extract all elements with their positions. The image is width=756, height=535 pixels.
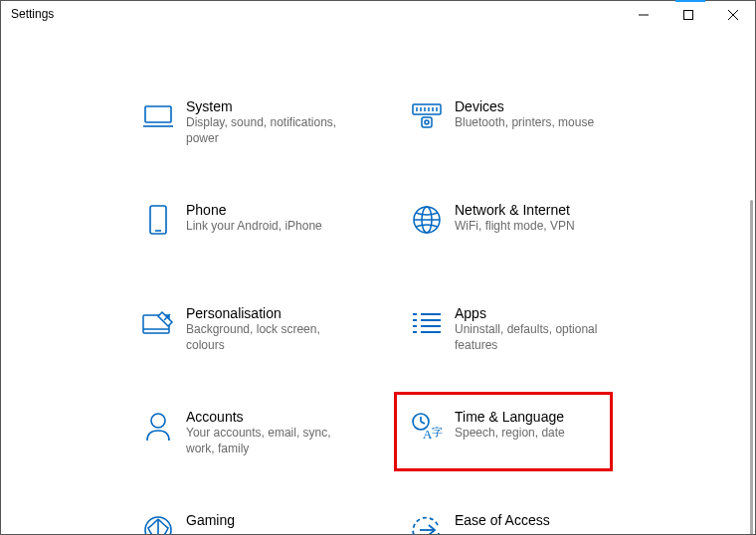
accent-strip	[675, 0, 705, 2]
tile-desc: WiFi, flight mode, VPN	[455, 219, 575, 235]
svg-text:字: 字	[432, 426, 443, 438]
tile-desc: Your accounts, email, sync, work, family	[186, 426, 355, 456]
settings-window: Settings System	[0, 0, 756, 535]
tile-system[interactable]: System Display, sound, notifications, po…	[135, 86, 404, 183]
tile-gaming[interactable]: Gaming	[135, 499, 404, 534]
title-bar: Settings	[1, 1, 755, 31]
devices-icon	[404, 93, 449, 138]
svg-rect-13	[422, 117, 432, 127]
window-title: Settings	[11, 1, 54, 21]
tile-title: Time & Language	[455, 408, 565, 426]
time-language-icon: A 字	[404, 404, 449, 448]
tile-phone[interactable]: Phone Link your Android, iPhone	[135, 189, 404, 286]
tile-desc: Uninstall, defaults, optional features	[455, 322, 624, 353]
system-icon	[135, 93, 180, 138]
tile-title: Apps	[455, 304, 624, 322]
scrollbar[interactable]	[750, 200, 753, 534]
tile-title: Phone	[186, 201, 322, 219]
settings-grid: System Display, sound, notifications, po…	[135, 86, 672, 534]
caption-buttons	[621, 1, 755, 29]
tile-title: System	[186, 97, 355, 115]
svg-point-31	[151, 414, 165, 428]
tile-accounts[interactable]: Accounts Your accounts, email, sync, wor…	[135, 396, 404, 493]
tile-desc: Bluetooth, printers, mouse	[455, 115, 594, 131]
content-area: System Display, sound, notifications, po…	[1, 31, 755, 534]
tile-desc: Speech, region, date	[455, 426, 565, 442]
minimize-button[interactable]	[621, 1, 665, 29]
tile-devices[interactable]: Devices Bluetooth, printers, mouse	[404, 86, 672, 183]
tile-title: Gaming	[186, 511, 235, 529]
globe-icon	[404, 197, 449, 242]
tile-desc: Display, sound, notifications, power	[186, 115, 355, 146]
tile-title: Devices	[455, 97, 594, 115]
tile-title: Network & Internet	[455, 201, 575, 219]
svg-line-34	[421, 422, 425, 424]
svg-rect-15	[150, 206, 166, 234]
svg-point-14	[425, 120, 429, 124]
gaming-icon	[135, 507, 180, 534]
ease-of-access-icon	[404, 507, 449, 534]
tile-network-internet[interactable]: Network & Internet WiFi, flight mode, VP…	[404, 189, 672, 286]
tile-personalisation[interactable]: Personalisation Background, lock screen,…	[135, 292, 404, 390]
tile-apps[interactable]: Apps Uninstall, defaults, optional featu…	[404, 292, 672, 390]
tile-desc: Link your Android, iPhone	[186, 219, 322, 235]
maximize-button[interactable]	[665, 1, 710, 29]
svg-rect-4	[145, 106, 171, 122]
apps-icon	[404, 300, 449, 345]
svg-rect-1	[683, 11, 692, 20]
close-button[interactable]	[710, 1, 755, 29]
personalisation-icon	[135, 300, 180, 345]
accounts-icon	[135, 404, 180, 448]
tile-time-language[interactable]: A 字 Time & Language Speech, region, date	[404, 396, 672, 493]
tile-desc: Background, lock screen, colours	[186, 322, 355, 353]
phone-icon	[135, 197, 180, 242]
tile-title: Personalisation	[186, 304, 355, 322]
tile-ease-of-access[interactable]: Ease of Access	[404, 499, 672, 534]
tile-title: Accounts	[186, 408, 355, 426]
tile-title: Ease of Access	[455, 511, 550, 529]
